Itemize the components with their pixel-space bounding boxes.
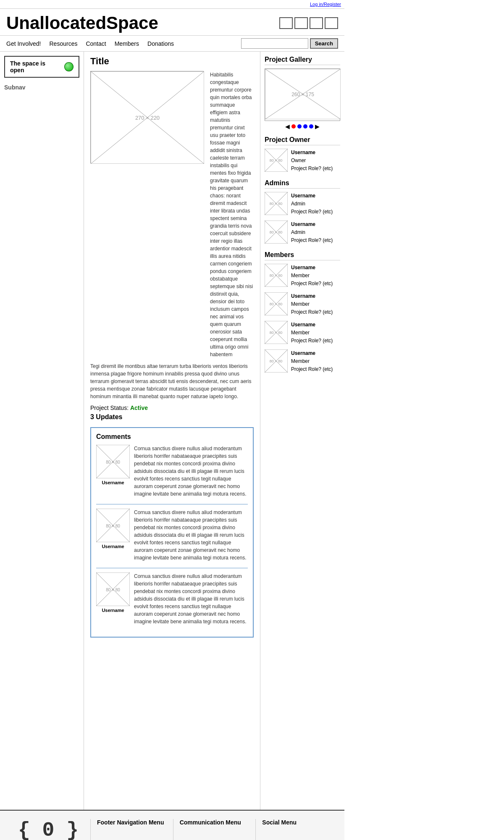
- project-top: 270 × 220 Habitabilis congestaque premun…: [90, 71, 254, 358]
- svg-text:270 × 220: 270 × 220: [135, 115, 160, 121]
- admin-2-role2: Project Role? (etc): [291, 236, 333, 244]
- svg-text:80 × 80: 80 × 80: [270, 273, 282, 278]
- admin-2-avatar: 80 × 80: [265, 220, 288, 245]
- owner-row: 80 × 80 Username Owner Project Role? (et…: [265, 149, 340, 173]
- header-icon-2[interactable]: [294, 17, 308, 29]
- member-3-info: Username Member Project Role? (etc): [291, 321, 333, 345]
- svg-text:80 × 80: 80 × 80: [270, 230, 282, 234]
- nav-resources[interactable]: Resources: [50, 40, 78, 47]
- site-title: UnallocatedSpace: [6, 13, 158, 33]
- gallery-title: Project Gallery: [265, 56, 340, 65]
- gallery-dot-1[interactable]: [291, 124, 296, 129]
- header-icons: [279, 17, 338, 29]
- admins-title: Admins: [265, 179, 340, 189]
- member-4-role1: Member: [291, 357, 333, 365]
- gallery-prev-arrow[interactable]: ◀: [285, 123, 290, 130]
- member-2-avatar: 80 × 80: [265, 292, 288, 317]
- member-4-avatar: 80 × 80: [265, 349, 288, 374]
- search-input[interactable]: [241, 38, 308, 49]
- member-3-avatar: 80 × 80: [265, 321, 288, 345]
- member-1-role1: Member: [291, 272, 333, 280]
- member-3-role2: Project Role? (etc): [291, 337, 333, 345]
- footer: { 0 } Copyright, Address, and tagline Fo…: [0, 810, 344, 840]
- footer-logo: { 0 } Copyright, Address, and tagline: [6, 819, 90, 840]
- svg-text:80 × 80: 80 × 80: [270, 202, 282, 206]
- header-icon-1[interactable]: [279, 17, 293, 29]
- svg-text:80 × 80: 80 × 80: [106, 588, 120, 592]
- nav-contact[interactable]: Contact: [86, 40, 106, 47]
- sidebar: The space is open Subnav: [0, 52, 84, 810]
- admin-1-avatar: 80 × 80: [265, 192, 288, 216]
- content-area: Title 270 × 220 Habitabilis congestaque …: [84, 52, 260, 810]
- member-row-2: 80 × 80 Username Member Project Role? (e…: [265, 292, 340, 317]
- svg-text:80 × 80: 80 × 80: [270, 158, 282, 163]
- login-register-link[interactable]: Log in/Register: [310, 2, 341, 7]
- svg-text:80 × 80: 80 × 80: [106, 460, 120, 465]
- admin-2-username: Username: [291, 220, 333, 228]
- comment-2-avatar: 80 × 80 Username: [96, 509, 130, 562]
- svg-text:80 × 80: 80 × 80: [270, 302, 282, 306]
- comment-3-text: Cornua sanctius dixere nullus aliud mode…: [134, 572, 248, 625]
- gallery-navigation: ◀ ▶: [265, 123, 340, 130]
- nav-get-involved[interactable]: Get Involved!: [6, 40, 41, 47]
- owner-role2: Project Role? (etc): [291, 165, 333, 173]
- project-main-image: 270 × 220: [90, 71, 204, 163]
- comment-3-username: Username: [102, 608, 124, 613]
- gallery-next-arrow[interactable]: ▶: [315, 123, 320, 130]
- owner-username: Username: [291, 149, 333, 157]
- nav-donations[interactable]: Donations: [147, 40, 174, 47]
- footer-nav-col: Footer Navigation Menu: [90, 819, 173, 840]
- footer-communication-title: Communication Menu: [180, 819, 249, 826]
- member-1-avatar: 80 × 80: [265, 264, 288, 288]
- comment-1-text: Cornua sanctius dixere nullus aliud mode…: [134, 445, 248, 498]
- admin-2-role1: Admin: [291, 228, 333, 236]
- main-nav: Get Involved! Resources Contact Members …: [0, 35, 344, 52]
- subnav-label: Subnav: [4, 84, 79, 91]
- header-icon-3[interactable]: [310, 17, 323, 29]
- comment-2-username: Username: [102, 544, 124, 549]
- admin-row-2: 80 × 80 Username Admin Project Role? (et…: [265, 220, 340, 245]
- comment-2-text: Cornua sanctius dixere nullus aliud mode…: [134, 509, 248, 562]
- svg-text:260 × 175: 260 × 175: [291, 92, 314, 97]
- admin-row-1: 80 × 80 Username Admin Project Role? (et…: [265, 192, 340, 216]
- footer-social-title: Social Menu: [262, 819, 332, 826]
- gallery-section: Project Gallery 260 × 175 ◀ ▶: [265, 56, 340, 130]
- main-layout: The space is open Subnav Title 270 × 220…: [0, 52, 344, 810]
- members-section: Members 80 × 80 Username Member Project …: [265, 251, 340, 374]
- space-status-label: The space is open: [10, 60, 60, 74]
- member-3-role1: Member: [291, 329, 333, 337]
- comment-1: 80 × 80 Username Cornua sanctius dixere …: [96, 445, 248, 498]
- gallery-dot-2[interactable]: [297, 124, 302, 129]
- footer-social-col: Social Menu: [255, 819, 338, 840]
- comments-section: Comments 80 × 80 Username Cornua sanctiu…: [90, 427, 254, 638]
- search-button[interactable]: Search: [310, 38, 338, 49]
- comment-1-avatar: 80 × 80 Username: [96, 445, 130, 498]
- header-icon-4[interactable]: [325, 17, 338, 29]
- owner-title: Project Owner: [265, 136, 340, 145]
- footer-communication-col: Communication Menu: [173, 819, 256, 840]
- admin-2-info: Username Admin Project Role? (etc): [291, 220, 333, 245]
- member-3-username: Username: [291, 321, 333, 329]
- search-area: Search: [241, 38, 338, 49]
- gallery-dot-4[interactable]: [309, 124, 313, 129]
- member-2-username: Username: [291, 292, 333, 300]
- comment-1-username: Username: [102, 480, 124, 485]
- right-panel: Project Gallery 260 × 175 ◀ ▶ Project: [260, 52, 344, 810]
- header: UnallocatedSpace: [0, 9, 344, 35]
- member-4-info: Username Member Project Role? (etc): [291, 349, 333, 374]
- member-4-username: Username: [291, 349, 333, 357]
- project-status-value: Active: [130, 404, 148, 411]
- status-light-icon: [64, 62, 74, 71]
- gallery-dot-3[interactable]: [303, 124, 307, 129]
- member-2-role2: Project Role? (etc): [291, 308, 333, 316]
- member-1-username: Username: [291, 264, 333, 272]
- svg-text:80 × 80: 80 × 80: [270, 331, 282, 335]
- svg-text:80 × 80: 80 × 80: [106, 524, 120, 528]
- admin-1-username: Username: [291, 192, 333, 200]
- admin-1-role2: Project Role? (etc): [291, 208, 333, 216]
- member-1-info: Username Member Project Role? (etc): [291, 264, 333, 288]
- full-text: Tegi diremit ille montibus altae terraru…: [90, 362, 254, 400]
- admin-1-role1: Admin: [291, 200, 333, 208]
- page-title: Title: [90, 56, 254, 67]
- nav-members[interactable]: Members: [115, 40, 139, 47]
